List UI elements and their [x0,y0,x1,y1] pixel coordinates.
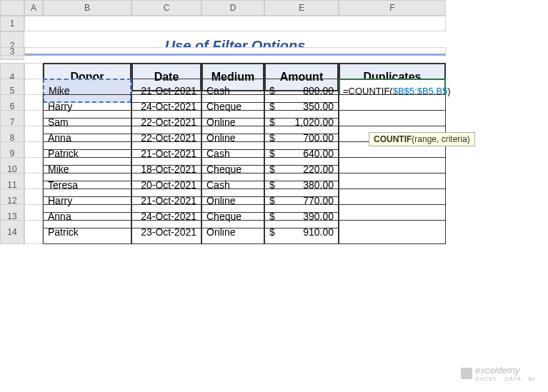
watermark-sub: EXCEL · DATA · BI [475,376,535,382]
select-all-corner[interactable] [0,0,24,16]
currency-symbol: $ [269,226,275,238]
tooltip-fn: COUNTIF [374,134,412,144]
spreadsheet-grid[interactable]: A B C D E F 1 2 Use of Filter Options 3 … [0,0,548,236]
col-header-e[interactable]: E [264,0,339,16]
row-header-3[interactable]: 3 [0,47,24,56]
watermark-icon [461,368,472,379]
title-underline [24,47,446,56]
cell-duplicates[interactable] [339,220,446,244]
col-header-d[interactable]: D [201,0,264,16]
cell-a14[interactable] [24,220,43,244]
row-header-1[interactable]: 1 [0,16,24,31]
tooltip-sig: (range, criteria) [412,134,469,144]
cell-date[interactable]: 23-Oct-2021 [131,220,201,244]
cell-medium[interactable]: Online [201,220,264,244]
col-header-b[interactable]: B [43,0,131,16]
formula-suffix: ) [447,86,450,96]
watermark: exceldemy EXCEL · DATA · BI [461,365,535,382]
cell-amount[interactable]: $910.00 [264,220,339,244]
col-header-f[interactable]: F [339,0,446,16]
watermark-name: exceldemy [475,365,535,376]
amount-value: 910.00 [303,226,334,238]
row-header-14[interactable]: 14 [0,220,24,244]
cell-donor[interactable]: Patrick [43,220,131,244]
col-header-a[interactable]: A [24,0,43,16]
function-tooltip: COUNTIF(range, criteria) [369,132,475,146]
cell-blank[interactable] [24,16,446,31]
col-header-c[interactable]: C [131,0,201,16]
page-title: Use of Filter Options [24,31,446,60]
